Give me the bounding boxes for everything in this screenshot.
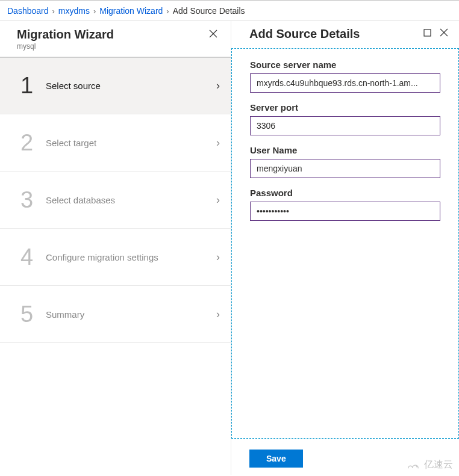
step-number: 4 (20, 244, 46, 270)
panel-title: Add Source Details (249, 27, 360, 41)
password-input[interactable] (250, 202, 440, 221)
close-icon[interactable] (205, 27, 221, 42)
step-number: 1 (20, 73, 46, 99)
chevron-right-icon: › (216, 79, 220, 92)
chevron-right-icon: › (216, 137, 220, 149)
wizard-step-select-source[interactable]: 1 Select source › (0, 57, 231, 114)
chevron-right-icon: › (93, 7, 96, 16)
user-name-label: User Name (250, 145, 440, 155)
wizard-step-select-target[interactable]: 2 Select target › (0, 114, 231, 172)
wizard-step-select-databases[interactable]: 3 Select databases › (0, 172, 231, 229)
chevron-right-icon: › (52, 7, 55, 16)
step-number: 2 (20, 130, 46, 156)
breadcrumb-link-mxydms[interactable]: mxydms (58, 6, 90, 16)
form-area: Source server name Server port User Name… (231, 48, 459, 439)
wizard-steps-panel: Migration Wizard mysql 1 Select source ›… (0, 20, 231, 475)
chevron-right-icon: › (216, 308, 220, 321)
save-button[interactable]: Save (249, 450, 303, 468)
password-label: Password (250, 188, 440, 198)
wizard-step-configure-migration[interactable]: 4 Configure migration settings › (0, 229, 231, 286)
step-label: Select source (46, 81, 216, 91)
server-port-label: Server port (250, 102, 440, 113)
breadcrumb: Dashboard › mxydms › Migration Wizard › … (0, 0, 459, 20)
details-panel: Add Source Details Source server name Se… (231, 20, 459, 475)
chevron-right-icon: › (216, 194, 220, 206)
step-label: Configure migration settings (46, 252, 216, 262)
server-port-input[interactable] (250, 116, 440, 135)
breadcrumb-link-dashboard[interactable]: Dashboard (7, 6, 49, 16)
step-number: 3 (20, 187, 46, 213)
svg-rect-0 (424, 29, 431, 36)
wizard-step-summary[interactable]: 5 Summary › (0, 286, 231, 343)
source-server-name-input[interactable] (250, 73, 440, 93)
restore-window-icon[interactable] (423, 29, 431, 37)
step-label: Select databases (46, 195, 216, 205)
chevron-right-icon: › (216, 251, 220, 264)
breadcrumb-current: Add Source Details (173, 6, 245, 16)
chevron-right-icon: › (166, 7, 169, 16)
step-number: 5 (20, 301, 46, 327)
wizard-title: Migration Wizard (17, 27, 114, 42)
wizard-subtitle: mysql (17, 42, 114, 51)
close-icon[interactable] (440, 28, 448, 37)
user-name-input[interactable] (250, 159, 440, 178)
source-server-name-label: Source server name (250, 60, 440, 70)
breadcrumb-link-migration-wizard[interactable]: Migration Wizard (99, 6, 163, 16)
step-label: Summary (46, 309, 216, 320)
step-label: Select target (46, 138, 216, 148)
